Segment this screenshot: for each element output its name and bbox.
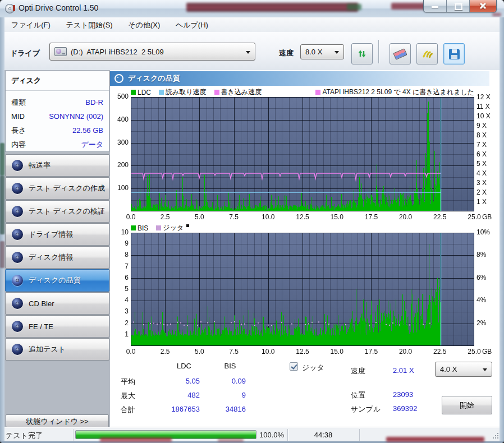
axis-tick: 2% <box>476 319 499 327</box>
status-window-button[interactable]: 状態ウィンドウ >> <box>6 414 109 427</box>
refresh-arrows-icon <box>356 48 368 59</box>
menu-help[interactable]: ヘルプ(H) <box>169 17 215 33</box>
window-title: Opti Drive Control 1.50 <box>19 3 98 12</box>
progress-bar <box>75 430 256 439</box>
sidebar: ディスク 種類 BD-R MID SONYNN2 (002) 長さ 22.56 … <box>4 70 110 427</box>
disc-info-panel: ディスク 種類 BD-R MID SONYNN2 (002) 長さ 22.56 … <box>5 71 109 152</box>
axis-tick: GB <box>482 348 499 356</box>
floppy-disk-icon <box>449 49 460 59</box>
info-value: データ <box>81 140 103 150</box>
stats-row-label: 最大 <box>121 391 135 401</box>
sidebar-item-disc-quality[interactable]: ディスクの品質 <box>5 269 109 292</box>
legend-label: 書き込み速度 <box>221 87 262 97</box>
elapsed-time: 44:38 <box>287 431 359 439</box>
status-text: テスト完了 <box>6 431 43 441</box>
speed-select-value: 8.0 X <box>305 48 322 56</box>
disc-info-row-mid: MID SONYNN2 (002) <box>11 109 103 123</box>
axis-tick: 12.5 <box>291 213 314 221</box>
write-speed-select[interactable]: 4.0 X <box>435 362 492 377</box>
speed-label: 速度 <box>279 48 294 58</box>
axis-tick: 0.0 <box>120 348 142 356</box>
yellow-brush-icon <box>421 48 433 59</box>
sidebar-item-disc-info[interactable]: ディスク情報 <box>5 246 109 269</box>
maximize-button[interactable] <box>447 0 470 12</box>
refresh-button[interactable] <box>351 43 373 64</box>
sidebar-item-create-test-disc[interactable]: テスト ディスクの作成 <box>5 177 109 200</box>
axis-tick: 17.5 <box>360 213 382 221</box>
sidebar-item-cd-bler[interactable]: CD Bler <box>5 292 109 315</box>
disc-info-row-length: 長さ 22.56 GB <box>11 123 103 137</box>
sidebar-item-label: 追加テスト <box>29 344 66 354</box>
axis-tick: 8 <box>110 251 129 259</box>
samples-stat-value: 369392 <box>393 404 417 413</box>
disc-info-row-content: 内容 データ <box>11 137 103 151</box>
disc-icon <box>12 252 23 263</box>
legend-label: 読み取り速度 <box>166 87 207 97</box>
drive-select[interactable]: (D:) ATAPI iHBS212 2 5L09 <box>49 43 255 61</box>
info-label: MID <box>11 112 25 121</box>
close-button[interactable] <box>470 0 496 12</box>
axis-tick: 10.0 <box>257 348 280 356</box>
speed-select[interactable]: 8.0 X <box>300 44 344 59</box>
disc-icon <box>114 74 123 83</box>
axis-tick: 12 X <box>476 93 499 101</box>
minimize-button[interactable] <box>424 0 447 12</box>
axis-tick: 22.5 <box>429 213 451 221</box>
drive-icon <box>54 47 67 56</box>
menu-file[interactable]: ファイル(F) <box>4 17 57 33</box>
app-window: Opti Drive Control 1.50 ファイル(F) テスト開始(S)… <box>0 0 504 443</box>
axis-tick: GB <box>482 213 499 221</box>
stats-max-bis: 9 <box>200 391 246 399</box>
jitter-checkbox-label: ジッタ <box>302 363 324 373</box>
sidebar-buttons: 転送率 テスト ディスクの作成 テスト ディスクの検証 ドライブ情報 ディスク情… <box>5 154 109 361</box>
annotation-label: ATAPI iHBS212 2 5L09 で 4X に書き込まれました <box>322 87 474 97</box>
legend-ldc: LDC <box>131 89 151 96</box>
axis-tick: 0.0 <box>120 213 142 221</box>
stats-max-ldc: 482 <box>154 391 200 399</box>
erase-button[interactable] <box>390 43 411 64</box>
info-label: 長さ <box>11 126 26 136</box>
panel-header-title: ディスクの品質 <box>128 73 180 84</box>
axis-tick: 7.5 <box>223 213 245 221</box>
menu-start-test[interactable]: テスト開始(S) <box>59 17 119 33</box>
sidebar-item-drive-info[interactable]: ドライブ情報 <box>5 223 109 246</box>
chart-annotation: ATAPI iHBS212 2 5L09 で 4X に書き込まれました <box>315 87 474 97</box>
app-disc-icon <box>5 4 15 13</box>
sidebar-item-verify-test-disc[interactable]: テスト ディスクの検証 <box>5 200 109 223</box>
close-icon <box>479 2 487 10</box>
stats-header-bis: BIS <box>214 362 246 370</box>
sidebar-item-additional-tests[interactable]: 追加テスト <box>5 338 109 361</box>
start-button[interactable]: 開始 <box>442 396 492 414</box>
sidebar-item-label: テスト ディスクの検証 <box>29 206 105 216</box>
axis-tick: 15.0 <box>326 213 348 221</box>
save-button[interactable] <box>443 43 465 64</box>
maximize-icon <box>455 3 462 10</box>
minimize-icon <box>432 6 438 8</box>
axis-tick: 20.0 <box>395 348 417 356</box>
axis-tick: 9 X <box>476 122 499 130</box>
legend-swatch <box>131 90 136 95</box>
clean-button[interactable] <box>416 43 438 64</box>
stats-total-bis: 34816 <box>200 405 246 413</box>
menu-other[interactable]: その他(X) <box>121 17 167 33</box>
axis-tick: 5.0 <box>188 348 210 356</box>
axis-tick: 25.0 <box>463 348 485 356</box>
axis-tick: 7 X <box>476 141 499 149</box>
legend-label: LDC <box>138 89 151 96</box>
resize-grip[interactable] <box>493 433 500 440</box>
axis-tick: 12.5 <box>291 348 314 356</box>
axis-tick: 7.5 <box>223 348 245 356</box>
axis-tick: 8 X <box>476 131 499 139</box>
toolbar: ドライブ (D:) ATAPI iHBS212 2 5L09 速度 8.0 X <box>4 32 500 71</box>
axis-tick: 1 <box>110 330 129 338</box>
sidebar-item-transfer-rate[interactable]: 転送率 <box>5 154 109 177</box>
legend-write-speed: 書き込み速度 <box>214 87 262 97</box>
disc-info-title: ディスク <box>6 71 109 91</box>
titlebar[interactable]: Opti Drive Control 1.50 <box>0 0 504 18</box>
toolbar-separator <box>378 40 379 63</box>
sidebar-item-fe-te[interactable]: FE / TE <box>5 315 109 338</box>
stats-total-ldc: 1867653 <box>154 405 200 413</box>
jitter-checkbox[interactable] <box>290 362 298 371</box>
background-artifact <box>391 3 426 10</box>
disc-icon <box>12 160 23 171</box>
